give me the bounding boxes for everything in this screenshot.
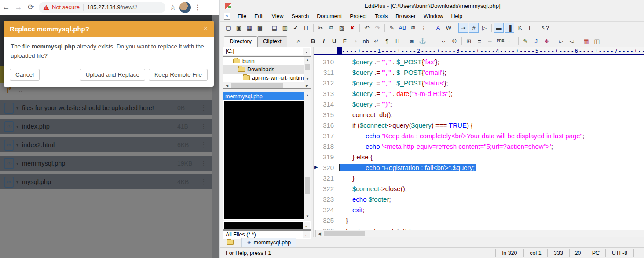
code-line[interactable]: 319} else { bbox=[314, 151, 644, 162]
underline-button[interactable]: U bbox=[329, 36, 339, 46]
code-line[interactable]: 315connect_db(); bbox=[314, 109, 644, 120]
code-line[interactable]: 321} bbox=[314, 173, 644, 183]
document-menu-icon[interactable]: ✎ bbox=[224, 13, 230, 20]
delete-button[interactable]: ✘ bbox=[348, 23, 357, 33]
print-preview-button[interactable]: ▤ bbox=[270, 23, 279, 33]
copyright-button[interactable]: © bbox=[450, 36, 459, 46]
font-italic-button[interactable]: A bbox=[433, 23, 443, 33]
list-tag-button[interactable]: ≔ bbox=[506, 36, 516, 46]
doc-props-button[interactable]: ▷ bbox=[479, 23, 489, 33]
code-editor[interactable]: ----+----1----+----2----+----3----+----4… bbox=[314, 47, 644, 237]
scroll-down-icon[interactable]: ▼ bbox=[304, 76, 311, 82]
file-list[interactable]: memmysql.php ▲ ▼ bbox=[223, 92, 311, 220]
code-line[interactable]: 310$query .= "','" . $_POST{'fax'}; bbox=[314, 56, 644, 67]
word-wrap-button[interactable]: W bbox=[444, 23, 454, 33]
menu-project[interactable]: Project bbox=[346, 12, 371, 21]
tree-scroll-thumb[interactable] bbox=[305, 64, 310, 70]
code-line[interactable]: 322$connect->close(); bbox=[314, 183, 644, 194]
undo-button[interactable]: ↶ bbox=[362, 23, 372, 33]
select-1-button[interactable]: ▻ bbox=[556, 36, 566, 46]
profile-avatar[interactable] bbox=[179, 2, 191, 13]
comment-tag-button[interactable]: ‹· bbox=[439, 36, 449, 46]
script-tag-button[interactable]: ✎ bbox=[521, 36, 531, 46]
tree-horizontal-scrollbar[interactable]: ◀ ▶ bbox=[223, 82, 311, 88]
char-map-button[interactable]: H bbox=[301, 23, 311, 33]
table-button[interactable]: ⊞ bbox=[464, 36, 474, 46]
tree-vertical-scrollbar[interactable]: ▲ ▼ bbox=[304, 57, 311, 82]
clock-button[interactable]: ◔ bbox=[351, 36, 360, 46]
view-toolbar-button[interactable]: ▬ bbox=[494, 23, 504, 33]
code-line[interactable]: 326function show_data() { bbox=[314, 225, 644, 230]
cut-button[interactable]: ✂ bbox=[316, 23, 326, 33]
folder-icon[interactable] bbox=[225, 240, 235, 245]
cancel-button[interactable]: Cancel bbox=[10, 69, 40, 81]
menu-file[interactable]: File bbox=[234, 12, 250, 21]
select-2-button[interactable]: ◅ bbox=[567, 36, 577, 46]
dialog-close-icon[interactable]: × bbox=[204, 25, 208, 33]
line-numbers-button[interactable]: # bbox=[469, 23, 479, 33]
code-line[interactable]: 312$query .= "','" . $_POST{'status'}; bbox=[314, 77, 644, 88]
tab-cliptext[interactable]: Cliptext bbox=[257, 36, 287, 47]
menu-edit[interactable]: Edit bbox=[250, 12, 268, 21]
menu-help[interactable]: Help bbox=[447, 12, 467, 21]
menu-search[interactable]: Search bbox=[288, 12, 313, 21]
paste-button[interactable]: ▧ bbox=[337, 23, 347, 33]
save-button[interactable]: ▦ bbox=[245, 23, 254, 33]
code-line[interactable]: ▶320echo "Registration : fail<br/>".$que… bbox=[314, 162, 644, 173]
back-button[interactable]: ← bbox=[0, 1, 12, 14]
colors-button[interactable]: ❖ bbox=[542, 36, 552, 46]
save-all-button[interactable]: ▩ bbox=[255, 23, 265, 33]
line-break-button[interactable]: ↵ bbox=[372, 36, 381, 46]
editor-hscroll-thumb[interactable] bbox=[324, 231, 365, 236]
file-list-scrollbar[interactable]: ▲ ▼ bbox=[304, 92, 311, 220]
italic-button[interactable]: I bbox=[319, 36, 329, 46]
code-line[interactable]: 314$query .= "')"; bbox=[314, 99, 644, 109]
scroll-up-icon[interactable]: ▲ bbox=[304, 92, 311, 99]
scroll-right-icon[interactable]: ▶ bbox=[304, 84, 311, 88]
code-line[interactable]: 318echo '<meta http-equiv=refresh conten… bbox=[314, 141, 644, 151]
heading-button[interactable]: H bbox=[393, 36, 402, 46]
mark-button[interactable]: ✎ bbox=[387, 23, 397, 33]
view-directory-button[interactable]: ▐ bbox=[505, 23, 514, 33]
paragraph-button[interactable]: ¶ bbox=[382, 36, 392, 46]
nbsp-button[interactable]: nb bbox=[361, 36, 371, 46]
bold-button[interactable]: B bbox=[308, 36, 318, 46]
code-line[interactable]: 324exit; bbox=[314, 204, 644, 215]
code-line[interactable]: 325} bbox=[314, 215, 644, 225]
redacted-combo[interactable]: ⌄ bbox=[223, 221, 311, 230]
align-center-button[interactable]: ≡ bbox=[475, 36, 484, 46]
replace-button[interactable]: AB bbox=[398, 23, 407, 33]
view-cliptext-button[interactable]: K bbox=[515, 23, 525, 33]
directory-tree[interactable]: burinDownloadsapi-ms-win-crt-runtim ▲ ▼ … bbox=[223, 56, 311, 89]
font-tag-button[interactable]: F bbox=[340, 36, 350, 46]
drive-select[interactable]: [C:] ⌄ bbox=[223, 47, 311, 55]
menu-tools[interactable]: Tools bbox=[371, 12, 392, 21]
bookmark-star-icon[interactable]: ☆ bbox=[168, 3, 178, 11]
view-functions-button[interactable]: F bbox=[526, 23, 535, 33]
indent-button[interactable]: ⋮ bbox=[419, 23, 428, 33]
anchor-button[interactable]: ⚓ bbox=[418, 36, 428, 46]
code-line[interactable]: 317echo "Keep data : completely<br/>Your… bbox=[314, 130, 644, 141]
hrule-button[interactable]: = bbox=[428, 36, 438, 46]
scroll-left-icon[interactable]: ◀ bbox=[316, 232, 323, 236]
tree-item-downloads[interactable]: Downloads bbox=[223, 65, 311, 74]
file-list-selected-item[interactable]: memmysql.php bbox=[223, 92, 311, 100]
java-applet-button[interactable]: J bbox=[531, 36, 541, 46]
scroll-left-icon[interactable]: ◀ bbox=[223, 84, 231, 88]
keep-remote-file-button[interactable]: Keep Remote File bbox=[149, 69, 208, 81]
tab-directory[interactable]: Directory bbox=[224, 36, 257, 47]
reload-button[interactable]: ⟳ bbox=[25, 1, 37, 14]
not-secure-label[interactable]: Not secure bbox=[52, 4, 80, 11]
frame-tag-button[interactable]: ◫ bbox=[592, 36, 602, 46]
open-file-button[interactable]: ▣ bbox=[234, 23, 244, 33]
menu-browser[interactable]: Browser bbox=[392, 12, 420, 21]
tree-hscroll-thumb[interactable] bbox=[231, 83, 283, 88]
pre-tag-button[interactable]: ᴾᴿᴱ bbox=[496, 36, 505, 46]
menu-document[interactable]: Document bbox=[313, 12, 346, 21]
document-tab-memmysql[interactable]: ◈ memmysql.php bbox=[242, 238, 296, 247]
address-bar[interactable]: Not secure 185.27.134.9 /new/# bbox=[39, 2, 165, 13]
upload-and-replace-button[interactable]: Upload and Replace bbox=[80, 69, 145, 81]
code-line[interactable]: 323echo $footer; bbox=[314, 194, 644, 204]
copy-button[interactable]: ⧉ bbox=[326, 23, 336, 33]
title-bar[interactable]: EditPlus - [C:\Users\burin\Downloads\mem… bbox=[220, 0, 644, 11]
